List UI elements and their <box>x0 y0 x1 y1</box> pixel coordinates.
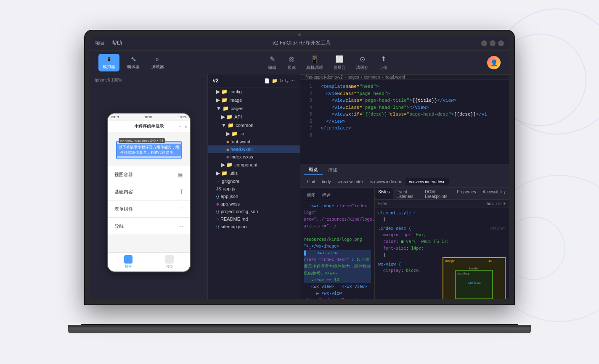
main-content: iphone6 100% IDE ▾ 10:01 100% <box>90 74 509 299</box>
box-border-label: border <box>469 266 479 270</box>
styles-tab-dom[interactable]: DOM Breakpoints <box>421 188 453 199</box>
menu-item-nav[interactable]: 导航 ··· <box>108 218 190 235</box>
toolbar-action-device[interactable]: 📱 真机调试 <box>306 55 323 71</box>
tree-item-common[interactable]: ▼ 📁 common <box>208 121 300 129</box>
dom-line-5: <wx-view> _ </wx-view> <box>304 283 371 290</box>
editor-panel: README.md project.config.json foot.wxml <box>300 74 509 299</box>
minimize-button[interactable] <box>490 40 496 46</box>
toolbar-tab-debug[interactable]: 🔧 调试器 <box>123 54 144 71</box>
menu-item-basic[interactable]: 基础内容 T <box>108 183 190 200</box>
collapse-icon[interactable]: ⇆ <box>285 78 289 84</box>
code-token: <view <box>331 104 345 111</box>
ide-container: 项目 帮助 v2-FinClip小程序开发工具 📱 <box>90 36 509 299</box>
tree-item-component[interactable]: ▶ 📁 component <box>208 161 300 169</box>
styles-tab-event[interactable]: Event Listeners <box>393 188 421 199</box>
folder-icon-open: ▼ 📁 <box>221 122 234 128</box>
tree-item-utils[interactable]: ▶ 📁 utils <box>208 169 300 177</box>
debug-tab-desc[interactable]: 描述 <box>323 165 342 175</box>
code-token: > <box>376 83 379 90</box>
code-content[interactable]: <template name= "head" > <view class= <box>315 80 509 164</box>
phone-tab-interface[interactable]: 接口 <box>165 255 174 269</box>
menu-item-form[interactable]: 表单组件 ≡ <box>108 200 190 218</box>
tree-item-sitemap[interactable]: {} sitemap.json <box>208 223 300 230</box>
menu-item-view-container[interactable]: 视图容器 ▣ <box>108 166 190 183</box>
filter-add[interactable]: + <box>503 201 506 206</box>
tree-item-head-wxml[interactable]: ■ head.wxml <box>208 145 300 153</box>
refresh-icon[interactable]: ↻ <box>279 78 283 84</box>
dom-nav-tab[interactable]: 概图 <box>304 191 319 200</box>
debug-tab-overview[interactable]: 概览 <box>304 165 323 175</box>
filter-hover[interactable]: :hov <box>485 201 493 206</box>
tree-item-name: README.md <box>220 216 248 222</box>
dom-el-body[interactable]: body <box>318 178 334 185</box>
code-token: </view> <box>326 118 345 125</box>
tree-item-name: common <box>236 123 253 128</box>
new-folder-icon[interactable]: 📁 <box>272 78 278 84</box>
toolbar-action-edit[interactable]: ✎ 编辑 <box>268 55 277 71</box>
md-file-icon: ○ <box>216 217 219 222</box>
box-margin-label: margin <box>445 259 455 263</box>
nav-more-icon[interactable]: ··· <box>179 124 182 129</box>
tree-item-project-config[interactable]: {} project.config.json <box>208 208 300 215</box>
styles-tab-styles[interactable]: Styles <box>375 188 393 199</box>
close-button[interactable] <box>481 40 487 46</box>
tree-item-api[interactable]: ▶ 📁 API <box>208 113 300 121</box>
tree-item-readme[interactable]: ○ README.md <box>208 215 300 223</box>
debug-tabs-bar: 概览 描述 <box>300 164 509 176</box>
styles-tab-accessibility[interactable]: Accessibility <box>480 188 509 199</box>
js-file-icon: JS <box>216 187 221 191</box>
tree-item-app-json[interactable]: {} app.json <box>208 193 300 200</box>
tree-item-app-wxss[interactable]: ■ app.wxss <box>208 200 300 208</box>
folder-icon: ▶ 📁 <box>216 97 228 103</box>
nav-close-icon[interactable]: ✕ <box>184 124 188 129</box>
dom-el-html[interactable]: html <box>304 178 318 185</box>
toolbar-tab-test[interactable]: ▷ 测试器 <box>147 54 168 71</box>
maximize-button[interactable] <box>498 40 504 46</box>
tree-item-foot-wxml[interactable]: ■ foot.wxml <box>208 138 300 145</box>
toolbar-action-clear[interactable]: ⊙ 清缓存 <box>356 55 368 71</box>
tree-item-image[interactable]: ▶ 📁 image <box>208 96 300 104</box>
test-label: 测试器 <box>151 64 164 70</box>
tree-item-name: lib <box>239 131 244 136</box>
toolbar-action-upload[interactable]: ⬆ 上传 <box>379 55 388 71</box>
styles-filter-input[interactable] <box>378 201 482 206</box>
tree-item-index-wxss[interactable]: ■ index.wxss <box>208 153 300 161</box>
menu-item-icon-2: T <box>180 188 183 195</box>
dom-el-wx-view-desc[interactable]: wx-view.index-desc <box>406 178 448 185</box>
tree-item-app-js[interactable]: JS app.js <box>208 185 300 193</box>
menu-help[interactable]: 帮助 <box>112 40 122 47</box>
dom-line-6: ▶ <wx-view class="index-bd" >_</wx-view> <box>304 290 371 299</box>
code-area: 12345678 <template name= "head" > <box>300 80 509 164</box>
toolbar-action-preview[interactable]: ◎ 预览 <box>287 55 296 71</box>
menu-project[interactable]: 项目 <box>95 40 105 47</box>
toolbar-action-cut[interactable]: ⬜ 切后台 <box>333 55 346 71</box>
tree-item-pages[interactable]: ▼ 📁 pages <box>208 104 300 113</box>
dom-tree[interactable]: 概图 描述 <wx-image class="index-logo" src="… <box>300 188 374 299</box>
breadcrumb-sep-2: › <box>361 75 362 79</box>
interface-tab-label: 接口 <box>166 264 173 269</box>
dom-line-1: <wx-image class="index-logo" src="../res… <box>304 203 371 229</box>
user-avatar[interactable]: 👤 <box>487 56 501 69</box>
phone-tab-component[interactable]: 组件 <box>124 255 133 269</box>
tree-item-gitignore[interactable]: ○ .gitignore <box>208 177 300 185</box>
new-file-icon[interactable]: 📄 <box>264 78 270 84</box>
element-name: wx-view.index-desc <box>120 139 149 142</box>
menu-item-label-1: 视图容器 <box>114 171 133 178</box>
more-icon[interactable]: ⋯ <box>290 78 295 84</box>
styles-tab-props[interactable]: Properties <box>453 188 480 199</box>
tree-item-config[interactable]: ▶ 📁 config <box>208 87 300 96</box>
title-bar: 项目 帮助 v2-FinClip小程序开发工具 <box>90 36 509 51</box>
box-inner-label: - <box>467 285 480 288</box>
toolbar-tab-simulate[interactable]: 📱 模拟器 <box>98 54 119 71</box>
dom-el-wx-view[interactable]: wx-view.index <box>334 178 367 185</box>
phone-status-bar: IDE ▾ 10:01 100% <box>108 113 190 121</box>
dom-el-wx-view-hd[interactable]: wx-view.index-hd <box>367 178 406 185</box>
tree-item-lib[interactable]: ▶ 📁 lib <box>208 129 300 138</box>
dom-attr: class="index-desc" <box>304 257 349 262</box>
tree-item-name: app.json <box>221 194 239 199</box>
dom-text: view> == $0 <box>311 277 339 282</box>
box-margin-val: 10 <box>488 259 492 263</box>
interface-tab-icon <box>165 255 174 264</box>
dom-desc-tab[interactable]: 描述 <box>319 191 334 200</box>
filter-cls[interactable]: .cls <box>495 201 501 206</box>
